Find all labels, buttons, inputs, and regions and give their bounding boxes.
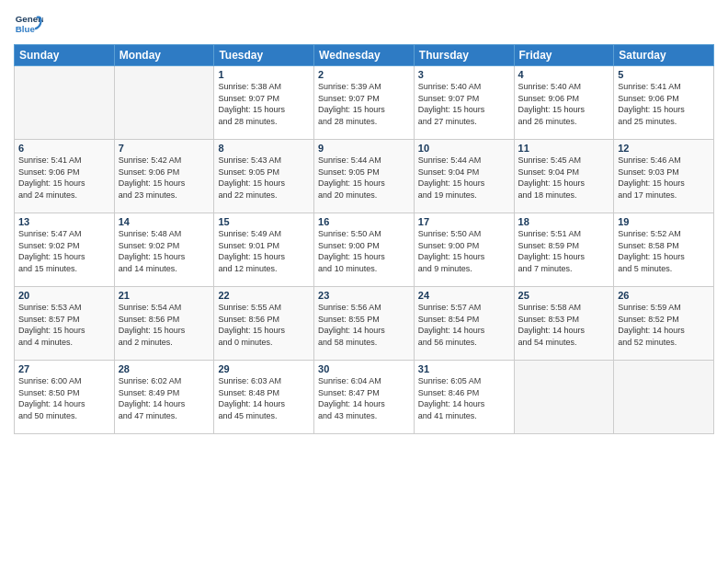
calendar-day-cell: 15Sunrise: 5:49 AM Sunset: 9:01 PM Dayli… [214, 213, 314, 287]
calendar-day-cell: 11Sunrise: 5:45 AM Sunset: 9:04 PM Dayli… [514, 140, 614, 213]
day-number: 22 [218, 290, 310, 301]
day-number: 1 [218, 69, 310, 80]
day-info: Sunrise: 6:03 AM Sunset: 8:48 PM Dayligh… [218, 375, 310, 421]
day-info: Sunrise: 5:53 AM Sunset: 8:57 PM Dayligh… [18, 302, 110, 348]
day-number: 28 [119, 363, 210, 374]
calendar-day-cell: 28Sunrise: 6:02 AM Sunset: 8:49 PM Dayli… [114, 361, 214, 434]
day-info: Sunrise: 5:48 AM Sunset: 9:02 PM Dayligh… [119, 228, 210, 274]
svg-text:General: General [16, 14, 43, 24]
day-info: Sunrise: 5:51 AM Sunset: 8:59 PM Dayligh… [518, 228, 610, 274]
calendar-day-header: Monday [114, 45, 214, 66]
logo-icon: General Blue [14, 9, 43, 39]
calendar-day-cell: 30Sunrise: 6:04 AM Sunset: 8:47 PM Dayli… [314, 361, 415, 434]
day-number: 11 [518, 143, 610, 154]
day-info: Sunrise: 6:02 AM Sunset: 8:49 PM Dayligh… [119, 375, 210, 421]
calendar-day-cell: 19Sunrise: 5:52 AM Sunset: 8:58 PM Dayli… [614, 213, 714, 287]
calendar-day-cell [114, 66, 214, 140]
day-info: Sunrise: 5:38 AM Sunset: 9:07 PM Dayligh… [218, 81, 310, 127]
day-info: Sunrise: 5:58 AM Sunset: 8:53 PM Dayligh… [518, 302, 610, 348]
day-number: 25 [518, 290, 610, 301]
day-info: Sunrise: 5:47 AM Sunset: 9:02 PM Dayligh… [18, 228, 110, 274]
calendar-day-cell [614, 361, 714, 434]
day-info: Sunrise: 5:54 AM Sunset: 8:56 PM Dayligh… [119, 302, 210, 348]
day-number: 14 [119, 216, 210, 227]
calendar-day-header: Tuesday [214, 45, 314, 66]
day-info: Sunrise: 5:44 AM Sunset: 9:05 PM Dayligh… [318, 155, 410, 201]
calendar-day-cell: 3Sunrise: 5:40 AM Sunset: 9:07 PM Daylig… [414, 66, 514, 140]
calendar-day-cell: 24Sunrise: 5:57 AM Sunset: 8:54 PM Dayli… [414, 287, 514, 361]
day-info: Sunrise: 5:49 AM Sunset: 9:01 PM Dayligh… [218, 228, 310, 274]
day-number: 7 [119, 143, 210, 154]
day-number: 19 [618, 216, 710, 227]
calendar-day-header: Wednesday [314, 45, 415, 66]
day-info: Sunrise: 5:57 AM Sunset: 8:54 PM Dayligh… [418, 302, 510, 348]
calendar-day-cell: 8Sunrise: 5:43 AM Sunset: 9:05 PM Daylig… [214, 140, 314, 213]
calendar-day-cell: 9Sunrise: 5:44 AM Sunset: 9:05 PM Daylig… [314, 140, 415, 213]
day-info: Sunrise: 5:46 AM Sunset: 9:03 PM Dayligh… [618, 155, 710, 201]
logo: General Blue [14, 9, 43, 39]
calendar-header-row: SundayMondayTuesdayWednesdayThursdayFrid… [15, 45, 714, 66]
calendar-day-cell: 4Sunrise: 5:40 AM Sunset: 9:06 PM Daylig… [514, 66, 614, 140]
calendar-day-cell: 18Sunrise: 5:51 AM Sunset: 8:59 PM Dayli… [514, 213, 614, 287]
calendar-day-cell: 5Sunrise: 5:41 AM Sunset: 9:06 PM Daylig… [614, 66, 714, 140]
calendar-day-cell: 7Sunrise: 5:42 AM Sunset: 9:06 PM Daylig… [114, 140, 214, 213]
calendar-day-cell: 27Sunrise: 6:00 AM Sunset: 8:50 PM Dayli… [15, 361, 115, 434]
day-info: Sunrise: 5:55 AM Sunset: 8:56 PM Dayligh… [218, 302, 310, 348]
calendar-week-row: 27Sunrise: 6:00 AM Sunset: 8:50 PM Dayli… [15, 361, 714, 434]
calendar-day-cell: 10Sunrise: 5:44 AM Sunset: 9:04 PM Dayli… [414, 140, 514, 213]
day-info: Sunrise: 5:41 AM Sunset: 9:06 PM Dayligh… [18, 155, 110, 201]
calendar-day-cell: 6Sunrise: 5:41 AM Sunset: 9:06 PM Daylig… [15, 140, 115, 213]
day-number: 10 [418, 143, 510, 154]
day-info: Sunrise: 5:56 AM Sunset: 8:55 PM Dayligh… [318, 302, 410, 348]
day-info: Sunrise: 5:44 AM Sunset: 9:04 PM Dayligh… [418, 155, 510, 201]
day-info: Sunrise: 5:52 AM Sunset: 8:58 PM Dayligh… [618, 228, 710, 274]
calendar-day-cell: 14Sunrise: 5:48 AM Sunset: 9:02 PM Dayli… [114, 213, 214, 287]
day-number: 17 [418, 216, 510, 227]
day-number: 27 [18, 363, 110, 374]
day-number: 18 [518, 216, 610, 227]
day-info: Sunrise: 5:42 AM Sunset: 9:06 PM Dayligh… [119, 155, 210, 201]
day-info: Sunrise: 5:40 AM Sunset: 9:06 PM Dayligh… [518, 81, 610, 127]
calendar-day-cell [514, 361, 614, 434]
day-info: Sunrise: 5:41 AM Sunset: 9:06 PM Dayligh… [618, 81, 710, 127]
calendar-day-cell: 21Sunrise: 5:54 AM Sunset: 8:56 PM Dayli… [114, 287, 214, 361]
calendar-day-cell: 12Sunrise: 5:46 AM Sunset: 9:03 PM Dayli… [614, 140, 714, 213]
calendar-day-cell: 1Sunrise: 5:38 AM Sunset: 9:07 PM Daylig… [214, 66, 314, 140]
day-info: Sunrise: 5:50 AM Sunset: 9:00 PM Dayligh… [318, 228, 410, 274]
day-number: 6 [18, 143, 110, 154]
day-info: Sunrise: 5:50 AM Sunset: 9:00 PM Dayligh… [418, 228, 510, 274]
day-number: 8 [218, 143, 310, 154]
calendar-day-cell: 22Sunrise: 5:55 AM Sunset: 8:56 PM Dayli… [214, 287, 314, 361]
header: General Blue [14, 9, 714, 39]
day-info: Sunrise: 6:05 AM Sunset: 8:46 PM Dayligh… [418, 375, 510, 421]
calendar-day-cell: 25Sunrise: 5:58 AM Sunset: 8:53 PM Dayli… [514, 287, 614, 361]
calendar-week-row: 13Sunrise: 5:47 AM Sunset: 9:02 PM Dayli… [15, 213, 714, 287]
day-number: 9 [318, 143, 410, 154]
day-number: 4 [518, 69, 610, 80]
day-number: 30 [318, 363, 410, 374]
calendar-day-header: Thursday [414, 45, 514, 66]
day-number: 24 [418, 290, 510, 301]
day-info: Sunrise: 6:04 AM Sunset: 8:47 PM Dayligh… [318, 375, 410, 421]
calendar-day-cell: 26Sunrise: 5:59 AM Sunset: 8:52 PM Dayli… [614, 287, 714, 361]
day-info: Sunrise: 5:39 AM Sunset: 9:07 PM Dayligh… [318, 81, 410, 127]
calendar-day-cell: 2Sunrise: 5:39 AM Sunset: 9:07 PM Daylig… [314, 66, 415, 140]
calendar-week-row: 6Sunrise: 5:41 AM Sunset: 9:06 PM Daylig… [15, 140, 714, 213]
calendar-day-header: Friday [514, 45, 614, 66]
calendar-day-header: Sunday [15, 45, 115, 66]
day-number: 16 [318, 216, 410, 227]
day-number: 29 [218, 363, 310, 374]
day-number: 23 [318, 290, 410, 301]
day-info: Sunrise: 5:40 AM Sunset: 9:07 PM Dayligh… [418, 81, 510, 127]
calendar-day-header: Saturday [614, 45, 714, 66]
day-number: 26 [618, 290, 710, 301]
day-number: 21 [119, 290, 210, 301]
day-number: 15 [218, 216, 310, 227]
day-number: 12 [618, 143, 710, 154]
calendar-day-cell: 13Sunrise: 5:47 AM Sunset: 9:02 PM Dayli… [15, 213, 115, 287]
calendar-table: SundayMondayTuesdayWednesdayThursdayFrid… [14, 44, 714, 434]
day-number: 31 [418, 363, 510, 374]
day-info: Sunrise: 6:00 AM Sunset: 8:50 PM Dayligh… [18, 375, 110, 421]
calendar-day-cell: 17Sunrise: 5:50 AM Sunset: 9:00 PM Dayli… [414, 213, 514, 287]
calendar-day-cell: 23Sunrise: 5:56 AM Sunset: 8:55 PM Dayli… [314, 287, 415, 361]
